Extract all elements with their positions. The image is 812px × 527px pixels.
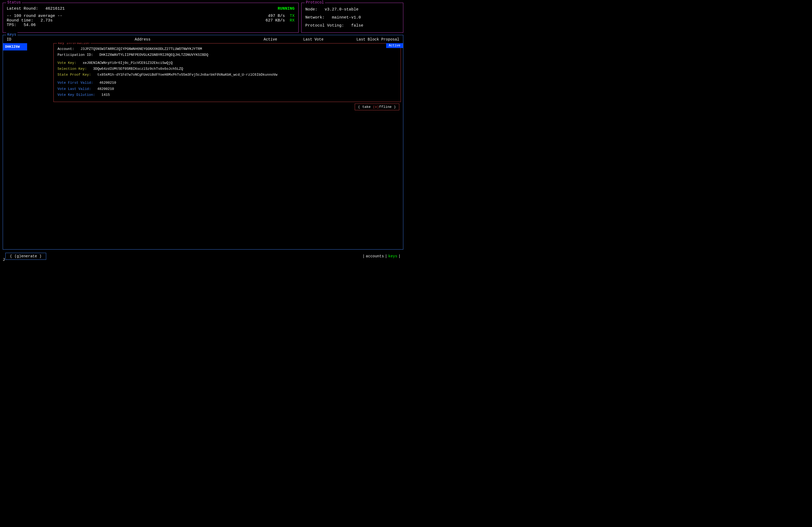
active-badge: Active — [386, 43, 403, 48]
status-title: Status — [6, 0, 22, 4]
col-active-header: Active — [254, 37, 287, 42]
tps-row: TPS: 54.06 — [7, 23, 62, 27]
rx-row: 627 KB/s RX — [265, 18, 294, 23]
latest-round-row: Latest Round: 46216121 RUNNING — [7, 6, 294, 12]
running-badge: RUNNING — [278, 6, 294, 12]
latest-round-label-value: Latest Round: 46216121 — [7, 6, 65, 12]
status-left: -- 100 round average -- Round time: 2.73… — [7, 14, 62, 27]
selection-key-row: Selection Key: 3DQw64zdIUMt5Ef0SRBIKsczl… — [57, 66, 397, 72]
voting-row: Protocol Voting: false — [305, 22, 399, 30]
top-row: Status Latest Round: 46216121 RUNNING --… — [3, 3, 403, 33]
participation-row: Participation ID: DHKIZ6WAVTYLIIPNFPEOVG… — [57, 52, 397, 58]
keys-content: DHKIZ6W Key Information Account: J3JPZTQ… — [3, 43, 403, 249]
round-time-row: Round time: 2.73s — [7, 18, 62, 23]
vote-dilution-row: Vote Key Dilution: 1415 — [57, 92, 397, 98]
tx-rx-block: 497 B/s TX 627 KB/s RX — [265, 14, 294, 23]
key-info-title: Key Information — [57, 43, 90, 45]
nav-tabs: | accounts | keys | — [362, 254, 401, 258]
tx-row: 497 B/s TX — [268, 14, 294, 18]
network-row: Network: mainnet-v1.0 — [305, 14, 399, 22]
nav-separator-right: | — [398, 254, 401, 258]
keys-table-header: ID Address Active Last Vote Last Block P… — [3, 35, 403, 43]
status-bottom-row: -- 100 round average -- Round time: 2.73… — [7, 14, 294, 27]
generate-button[interactable]: ( (g)enerate ) — [5, 253, 46, 260]
keys-title: Keys — [6, 32, 17, 37]
keys-panel: Keys ID Address Active Last Vote Last Bl… — [3, 35, 403, 250]
account-row: Account: J3JPZTQ5NSW3TARRC2QIYPGNWNH6NEY… — [57, 46, 397, 52]
take-offline-button[interactable]: ( take (o)ffline ) — [355, 104, 399, 110]
status-panel: Status Latest Round: 46216121 RUNNING --… — [3, 3, 299, 33]
protocol-panel: Protocol Node: v3.27.0-stable Network: m… — [301, 3, 403, 33]
nav-separator-left: | — [362, 254, 365, 258]
key-row: DHKIZ6W Key Information Account: J3JPZTQ… — [3, 43, 403, 103]
col-address-header: Address — [31, 37, 254, 42]
main-container: Status Latest Round: 46216121 RUNNING --… — [0, 0, 406, 264]
protocol-title: Protocol — [305, 0, 325, 4]
cursor-label: J — [3, 258, 5, 262]
col-last-block-header: Last Block Proposal — [340, 37, 399, 42]
nav-accounts[interactable]: accounts — [366, 254, 384, 258]
vote-key-row: Vote Key: xeJ0ENIACWNrpYi0r6Ij0c_PlcVCE9… — [57, 60, 397, 66]
node-row: Node: v3.27.0-stable — [305, 6, 399, 14]
col-id-header: ID — [7, 37, 31, 42]
key-info-box: Key Information Account: J3JPZTQ5NSW3TAR… — [54, 43, 401, 102]
vote-first-row: Vote First Valid: 46200210 — [57, 80, 397, 86]
state-proof-row: State Proof Key: tx85kM1h-dY1Fd7w7oNCgFU… — [57, 72, 397, 78]
nav-separator-mid: | — [385, 254, 387, 258]
vote-last-row: Vote Last Valid: 48200210 — [57, 86, 397, 92]
active-badge-container: Active — [386, 43, 403, 48]
col-last-vote-header: Last Vote — [287, 37, 340, 42]
key-id-cell[interactable]: DHKIZ6W — [3, 43, 27, 50]
offline-row: ( take (o)ffline ) — [3, 103, 403, 111]
nav-keys[interactable]: keys — [388, 254, 397, 258]
bottom-bar: ( (g)enerate ) | accounts | keys | — [3, 252, 403, 261]
average-label: -- 100 round average -- — [7, 14, 62, 18]
